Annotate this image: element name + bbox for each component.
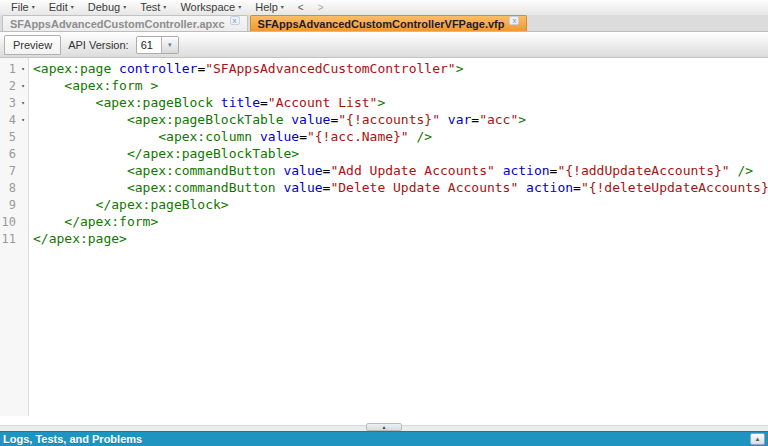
line-number: 11 <box>0 232 18 246</box>
panel-splitter[interactable]: ▲ <box>0 425 768 431</box>
code-token: value <box>291 112 330 127</box>
fold-arrow-icon[interactable]: ▾ <box>18 82 28 89</box>
code-token: </apex:page> <box>33 231 127 246</box>
fold-arrow-icon[interactable]: ▾ <box>18 116 28 123</box>
menu-test[interactable]: Test▾ <box>133 0 173 15</box>
chevron-down-icon: ▾ <box>32 0 35 15</box>
fold-arrow-icon[interactable]: ▾ <box>18 65 28 72</box>
gutter-row: 1▾ <box>0 60 28 77</box>
chevron-down-icon: ▾ <box>238 0 241 15</box>
close-icon[interactable]: x <box>230 16 240 25</box>
menu-edit[interactable]: Edit▾ <box>42 0 81 15</box>
tab-strip: SFAppsAdvancedCustomController.apxcxSFAp… <box>0 15 768 32</box>
editor-tab-1[interactable]: SFAppsAdvancedCustomControllerVFPage.vfp… <box>250 15 528 31</box>
code-line: </apex:page> <box>33 230 768 247</box>
line-number: 8 <box>0 181 18 195</box>
logs-panel-header[interactable]: Logs, Tests, and Problems ▲ <box>0 431 768 446</box>
code-token: <apex:page <box>33 61 119 76</box>
menu-file[interactable]: File▾ <box>4 0 42 15</box>
code-token: <apex:pageBlockTable <box>33 112 291 127</box>
code-token: value <box>283 163 322 178</box>
menu-label: Test <box>140 0 160 15</box>
code-line: </apex:form> <box>33 213 768 230</box>
api-version-label: API Version: <box>68 39 129 51</box>
tab-label: SFAppsAdvancedCustomController.apxc <box>10 18 225 30</box>
gutter-row: 6 <box>0 145 28 162</box>
api-version-value: 61 <box>137 37 161 53</box>
preview-button[interactable]: Preview <box>4 35 61 55</box>
code-token: value <box>283 180 322 195</box>
developer-console-window: File▾Edit▾Debug▾Test▾Workspace▾Help▾ < >… <box>0 0 768 446</box>
chevron-down-icon: ▾ <box>123 0 126 15</box>
line-number: 5 <box>0 130 18 144</box>
code-line: </apex:pageBlockTable> <box>33 145 768 162</box>
code-token: /> <box>409 129 432 144</box>
menu-label: Debug <box>88 0 120 15</box>
code-token: /> <box>730 163 753 178</box>
code-token: > <box>377 95 385 110</box>
line-number: 7 <box>0 164 18 178</box>
line-number: 3 <box>0 96 18 110</box>
splitter-handle[interactable]: ▲ <box>366 423 402 431</box>
fold-arrow-icon[interactable]: ▾ <box>18 99 28 106</box>
code-token: <apex:form > <box>33 78 158 93</box>
menu-debug[interactable]: Debug▾ <box>81 0 133 15</box>
code-token: var <box>448 112 471 127</box>
toolbar: Preview API Version: 61 ▾ <box>0 32 768 58</box>
code-token <box>495 163 503 178</box>
code-line: </apex:pageBlock> <box>33 196 768 213</box>
menu-label: Workspace <box>180 0 235 15</box>
gutter-row: 3▾ <box>0 94 28 111</box>
code-token: > <box>518 112 526 127</box>
editor-tab-0[interactable]: SFAppsAdvancedCustomController.apxcx <box>2 15 248 31</box>
code-token: "{!deleteUpdateAccounts}" <box>581 180 768 195</box>
chevron-down-icon: ▾ <box>163 0 166 15</box>
code-token: title <box>221 95 260 110</box>
line-number: 9 <box>0 198 18 212</box>
code-line: <apex:commandButton value="Add Update Ac… <box>33 162 768 179</box>
code-token: <apex:column <box>33 129 260 144</box>
expand-panel-button[interactable]: ▲ <box>750 433 765 445</box>
code-token: controller <box>119 61 197 76</box>
code-area[interactable]: <apex:page controller="SFAppsAdvancedCus… <box>29 58 768 425</box>
line-number: 10 <box>0 215 18 229</box>
nav-forward-arrow[interactable]: > <box>311 0 331 15</box>
line-number: 4 <box>0 113 18 127</box>
code-line: <apex:pageBlock title="Account List"> <box>33 94 768 111</box>
gutter-row: 9 <box>0 196 28 213</box>
code-token: "{!accounts}" <box>338 112 440 127</box>
menu-label: File <box>11 0 29 15</box>
code-token: "{!acc.Name}" <box>307 129 409 144</box>
code-line: <apex:form > <box>33 77 768 94</box>
code-token: "SFAppsAdvancedCustomController" <box>205 61 455 76</box>
code-token: <apex:commandButton <box>33 163 283 178</box>
code-line: <apex:page controller="SFAppsAdvancedCus… <box>33 60 768 77</box>
arrow-up-icon: ▲ <box>755 436 761 442</box>
menu-bar: File▾Edit▾Debug▾Test▾Workspace▾Help▾ < > <box>0 0 768 15</box>
code-token <box>440 112 448 127</box>
code-token: </apex:pageBlock> <box>33 197 229 212</box>
menu-items: File▾Edit▾Debug▾Test▾Workspace▾Help▾ <box>4 0 291 15</box>
code-token: "Delete Update Accounts" <box>330 180 518 195</box>
chevron-up-icon: ▲ <box>382 425 387 430</box>
gutter-row: 2▾ <box>0 77 28 94</box>
code-token: = <box>260 95 268 110</box>
code-token: </apex:form> <box>33 214 158 229</box>
code-token: "Add Update Accounts" <box>330 163 494 178</box>
combo-dropdown-button[interactable]: ▾ <box>161 37 178 53</box>
code-token: > <box>456 61 464 76</box>
api-version-select[interactable]: 61 ▾ <box>136 36 179 54</box>
chevron-down-icon: ▾ <box>168 41 172 49</box>
gutter-row: 5 <box>0 128 28 145</box>
close-icon[interactable]: x <box>509 16 519 25</box>
gutter-row: 11 <box>0 230 28 247</box>
code-token: action <box>503 163 550 178</box>
menu-help[interactable]: Help▾ <box>248 0 291 15</box>
code-token: "Account List" <box>268 95 378 110</box>
nav-back-arrow[interactable]: < <box>291 0 311 15</box>
code-token: <apex:pageBlock <box>33 95 221 110</box>
menu-workspace[interactable]: Workspace▾ <box>173 0 248 15</box>
chevron-down-icon: ▾ <box>281 0 284 15</box>
code-token <box>518 180 526 195</box>
tab-label: SFAppsAdvancedCustomControllerVFPage.vfp <box>258 18 505 30</box>
